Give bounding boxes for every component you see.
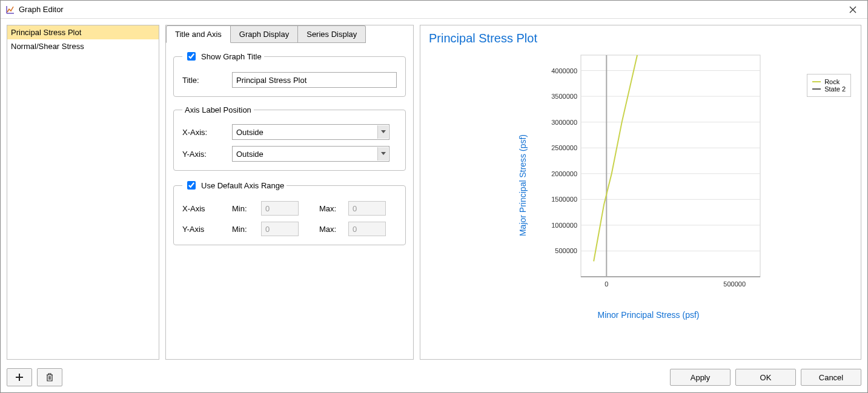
dialog-footer: Apply OK Cancel	[1, 366, 867, 392]
delete-graph-button[interactable]	[37, 368, 62, 386]
svg-text:2500000: 2500000	[551, 144, 577, 151]
xaxis-position-value: Outside	[236, 128, 263, 137]
ok-button[interactable]: OK	[735, 369, 796, 386]
chevron-down-icon	[377, 125, 388, 139]
title-input[interactable]	[232, 72, 397, 88]
chart-xlabel: Minor Principal Stress (psf)	[534, 310, 764, 320]
cancel-button[interactable]: Cancel	[801, 369, 861, 386]
chart-legend: RockState 2	[807, 74, 851, 97]
chart-plot: 5000001000000150000020000002500000300000…	[534, 51, 764, 294]
xaxis-range-label: X-Axis	[182, 204, 226, 213]
chart-ylabel: Major Principal Stress (psf)	[518, 134, 528, 236]
show-title-group: Show Graph Title Title:	[173, 50, 406, 97]
close-icon	[849, 6, 856, 13]
show-title-checkbox-label: Show Graph Title	[201, 52, 262, 61]
yaxis-position-select[interactable]: Outside	[232, 146, 389, 162]
xmax-input[interactable]	[348, 201, 386, 216]
tab-graph-display[interactable]: Graph Display	[231, 25, 298, 43]
show-title-checkbox[interactable]	[187, 52, 196, 61]
xaxis-position-select[interactable]: Outside	[232, 124, 389, 140]
app-icon	[5, 5, 15, 15]
tab-series-display[interactable]: Series Display	[298, 25, 366, 43]
apply-button[interactable]: Apply	[670, 369, 731, 386]
legend-item: State 2	[812, 85, 846, 93]
svg-text:500000: 500000	[723, 280, 746, 288]
yaxis-position-value: Outside	[236, 150, 263, 159]
graph-editor-window: Graph Editor Principal Stress PlotNormal…	[0, 0, 868, 393]
xaxis-position-label: X-Axis:	[182, 128, 226, 137]
default-range-checkbox[interactable]	[187, 181, 196, 190]
axis-label-position-legend: Axis Label Position	[182, 105, 254, 114]
graph-list-panel: Principal Stress PlotNormal/Shear Stress	[7, 25, 159, 360]
ymax-input[interactable]	[348, 222, 386, 236]
titlebar: Graph Editor	[1, 1, 867, 19]
svg-text:1000000: 1000000	[551, 222, 577, 229]
svg-rect-0	[581, 55, 760, 277]
list-item[interactable]: Principal Stress Plot	[7, 25, 159, 39]
preview-panel: Principal Stress Plot RockState 2 Major …	[420, 25, 861, 360]
axis-label-position-group: Axis Label Position X-Axis: Outside Y-Ax…	[173, 105, 406, 171]
title-label: Title:	[182, 76, 226, 85]
legend-item: Rock	[812, 78, 846, 85]
window-title: Graph Editor	[19, 5, 64, 14]
yaxis-position-label: Y-Axis:	[182, 150, 226, 159]
settings-tabs: Title and AxisGraph DisplaySeries Displa…	[166, 25, 413, 43]
trash-icon	[45, 373, 54, 381]
ymin-label: Min:	[232, 225, 255, 234]
svg-text:0: 0	[605, 280, 608, 288]
yaxis-range-label: Y-Axis	[182, 225, 226, 234]
svg-text:4000000: 4000000	[551, 67, 577, 74]
add-graph-button[interactable]	[7, 368, 32, 386]
ymin-input[interactable]	[261, 222, 299, 236]
axis-range-group: Use Default Axis Range X-Axis Min: Max: …	[173, 179, 406, 245]
settings-panel: Title and AxisGraph DisplaySeries Displa…	[165, 25, 414, 360]
chevron-down-icon	[377, 147, 388, 160]
svg-text:2000000: 2000000	[551, 170, 577, 177]
ymax-label: Max:	[319, 225, 342, 234]
svg-text:3000000: 3000000	[551, 119, 577, 126]
svg-text:1500000: 1500000	[551, 196, 577, 203]
tab-title-and-axis[interactable]: Title and Axis	[166, 25, 231, 43]
list-item[interactable]: Normal/Shear Stress	[7, 39, 159, 53]
xmin-input[interactable]	[261, 201, 299, 216]
close-button[interactable]	[843, 1, 863, 19]
settings-body: Show Graph Title Title: Axis Label Posit…	[166, 43, 413, 261]
default-range-checkbox-label: Use Default Axis Range	[201, 181, 284, 190]
svg-text:500000: 500000	[555, 247, 577, 254]
chart-title: Principal Stress Plot	[429, 31, 852, 45]
xmin-label: Min:	[232, 204, 255, 213]
svg-text:3500000: 3500000	[551, 93, 577, 100]
plus-icon	[15, 373, 24, 381]
graph-listbox[interactable]: Principal Stress PlotNormal/Shear Stress	[7, 25, 159, 360]
xmax-label: Max:	[319, 204, 342, 213]
